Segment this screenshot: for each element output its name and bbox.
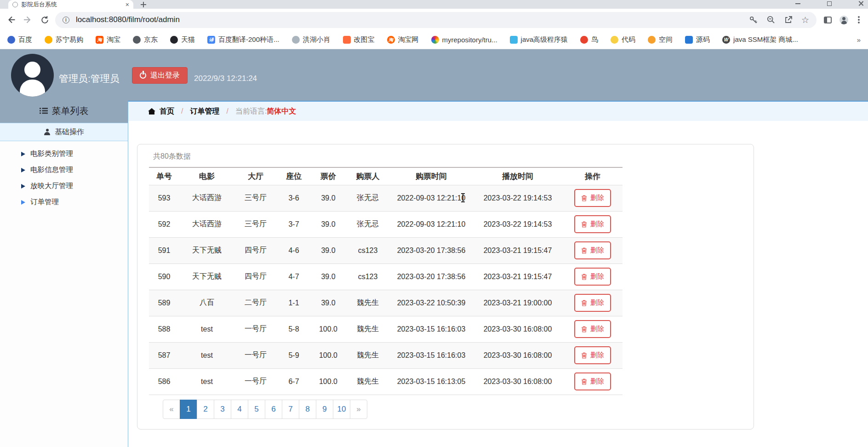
forward-button[interactable] — [22, 14, 34, 26]
bookmark-item[interactable]: 淘 淘宝网 — [387, 35, 419, 44]
column-header: 购票人 — [346, 167, 390, 185]
page-button[interactable]: 5 — [248, 400, 265, 419]
delete-button[interactable]: 删除 — [574, 320, 611, 338]
breadcrumb-home[interactable]: 首页 — [160, 107, 174, 116]
new-tab-button[interactable] — [140, 1, 147, 8]
page-info-icon[interactable]: i — [63, 17, 69, 23]
delete-button[interactable]: 删除 — [574, 346, 611, 364]
sidebar-menu-item[interactable]: 电影类别管理 — [0, 146, 128, 162]
order-row: 587test一号厅 5-9100.0魏先生 2023-03-15 16:16:… — [149, 342, 622, 368]
bookmark-item[interactable]: 代码 — [611, 35, 635, 44]
trash-icon — [581, 352, 587, 359]
bookmark-item[interactable]: java高级程序猿 — [510, 35, 568, 44]
delete-button[interactable]: 删除 — [574, 372, 611, 390]
delete-button[interactable]: 删除 — [574, 268, 611, 286]
sidebar-menu-item[interactable]: 放映大厅管理 — [0, 178, 128, 194]
bookmark-item[interactable]: 译 百度翻译-200种语... — [207, 35, 280, 44]
page-button[interactable]: 8 — [299, 400, 316, 419]
page-button[interactable]: 6 — [265, 400, 282, 419]
sidebar-section-basic-ops[interactable]: 基础操作 — [0, 123, 128, 141]
column-header: 电影 — [179, 167, 234, 185]
trash-icon — [581, 195, 587, 201]
delete-button[interactable]: 删除 — [574, 189, 611, 207]
bookmark-favicon — [580, 36, 588, 44]
page-button[interactable]: 10 — [333, 400, 350, 419]
page-button[interactable]: 1 — [180, 400, 197, 419]
browser-toolbar: i localhost:8080/film/root/admin ☆ — [0, 9, 868, 31]
language-value[interactable]: 简体中文 — [267, 107, 296, 116]
tab-close-icon[interactable]: × — [126, 1, 129, 8]
page-button[interactable]: 7 — [282, 400, 299, 419]
sidebar-menu-title: 菜单列表 — [0, 99, 128, 123]
sidebar-menu-item[interactable]: 电影信息管理 — [0, 162, 128, 178]
menu-kebab-icon[interactable] — [858, 19, 860, 21]
page-button[interactable]: 2 — [197, 400, 214, 419]
bookmarks-overflow-chevron[interactable]: » — [857, 36, 861, 44]
bookmark-favicon: 译 — [207, 36, 215, 44]
page-next-button[interactable]: » — [350, 400, 367, 419]
window-restore-button[interactable] — [827, 1, 832, 6]
bookmark-item[interactable]: 源码 — [685, 35, 710, 44]
column-header: 单号 — [149, 167, 179, 185]
bookmark-favicon — [133, 36, 141, 44]
side-panel-icon[interactable] — [824, 17, 832, 23]
page-button[interactable]: 3 — [214, 400, 231, 419]
favicon-globe-icon — [12, 2, 18, 7]
address-bar[interactable]: i localhost:8080/film/root/admin ☆ — [55, 12, 817, 28]
window-close-button[interactable] — [858, 1, 863, 6]
bookmark-item[interactable]: 改图宝 — [343, 35, 375, 44]
home-icon — [148, 108, 155, 115]
triangle-icon — [21, 200, 25, 205]
bookmark-item[interactable]: myrepository/tru... — [431, 36, 497, 44]
page-button[interactable]: 4 — [231, 400, 248, 419]
delete-button[interactable]: 删除 — [574, 294, 611, 312]
bookmark-item[interactable]: 淘 淘宝 — [96, 35, 120, 44]
page-prev-button[interactable]: « — [163, 400, 180, 419]
bookmark-favicon — [431, 36, 439, 44]
admin-avatar — [11, 54, 54, 97]
text-cursor — [463, 193, 463, 202]
bookmark-item[interactable]: 洪湖小肖 — [292, 35, 331, 44]
pagination: «12345678910» — [163, 400, 367, 419]
tab-title: 影院后台系统 — [21, 0, 122, 9]
tab-strip: 影院后台系统 × — [0, 0, 868, 9]
power-icon — [140, 72, 146, 79]
logout-button[interactable]: 退出登录 — [132, 67, 188, 84]
column-header: 操作 — [563, 167, 622, 185]
column-header: 大厅 — [234, 167, 277, 185]
delete-button[interactable]: 删除 — [574, 241, 611, 259]
column-header: 票价 — [311, 167, 346, 185]
record-count-label: 共80条数据 — [149, 152, 742, 161]
bookmark-favicon — [510, 36, 518, 44]
bookmark-item[interactable]: 空间 — [648, 35, 673, 44]
bookmark-item[interactable]: 鸟 — [580, 35, 598, 44]
delete-button[interactable]: 删除 — [574, 215, 611, 233]
browser-tab[interactable]: 影院后台系统 × — [8, 0, 133, 9]
order-row: 590天下无贼四号厅 4-739.0cs123 2023-03-20 17:38… — [149, 264, 622, 290]
profile-avatar-icon[interactable] — [839, 16, 848, 24]
trash-icon — [581, 221, 587, 228]
url-text[interactable]: localhost:8080/film/root/admin — [76, 15, 742, 24]
share-icon[interactable] — [784, 15, 793, 24]
page-button[interactable]: 9 — [316, 400, 333, 419]
breadcrumb-section[interactable]: 订单管理 — [190, 107, 219, 116]
bookmark-item[interactable]: 天猫 — [170, 35, 195, 44]
column-header: 购票时间 — [390, 167, 473, 185]
content-panel: 首页 / 订单管理 / 当前语言: 简体中文 共80条数据 单号电影大厅座位票价… — [128, 101, 868, 447]
bookmark-item[interactable]: 苏宁易购 — [45, 35, 83, 44]
window-minimize-button[interactable] — [795, 3, 800, 4]
bookmark-item[interactable]: 百度 — [7, 35, 32, 44]
bookmark-item[interactable]: W java SSM框架 商城... — [722, 35, 798, 44]
bookmark-star-icon[interactable]: ☆ — [801, 16, 809, 24]
zoom-out-icon[interactable] — [766, 15, 776, 24]
orders-table: 单号电影大厅座位票价购票人购票时间播放时间操作 593大话西游三号厅 3-639… — [149, 167, 622, 395]
password-key-icon[interactable] — [749, 15, 758, 24]
reload-button[interactable] — [39, 14, 51, 26]
bookmark-item[interactable]: 京东 — [133, 35, 158, 44]
bookmark-favicon — [611, 36, 618, 44]
sidebar-menu-item[interactable]: 订单管理 — [0, 194, 128, 210]
app-header: 管理员:管理员 退出登录 2022/9/3 12:21:24 — [0, 49, 868, 99]
back-button[interactable] — [6, 14, 17, 26]
bookmark-favicon: 淘 — [96, 36, 103, 44]
column-header: 座位 — [277, 167, 311, 185]
